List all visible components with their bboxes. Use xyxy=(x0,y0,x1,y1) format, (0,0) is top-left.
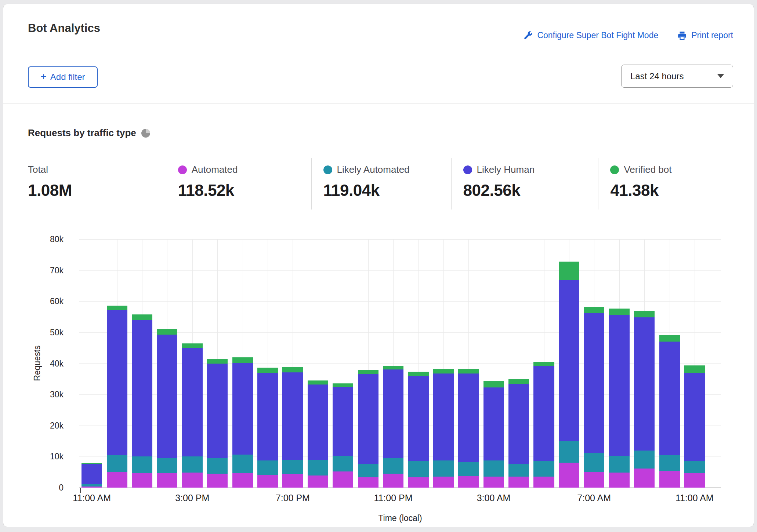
stat-label: Total xyxy=(28,164,48,175)
stat-automated: Automated118.52k xyxy=(166,158,311,209)
bar-slot-600pm xyxy=(255,239,280,488)
stacked-bar xyxy=(358,370,378,488)
segment-likely-automated xyxy=(257,460,278,475)
segment-likely-human xyxy=(458,374,479,462)
y-tick-label: 0 xyxy=(16,482,64,493)
segment-likely-human xyxy=(533,366,554,462)
stat-value: 119.04k xyxy=(323,181,451,200)
bar-slot-600am xyxy=(557,239,582,488)
segment-likely-automated xyxy=(157,458,177,473)
add-filter-button[interactable]: + Add filter xyxy=(28,66,98,88)
time-range-select[interactable]: Last 24 hours xyxy=(621,65,733,88)
segment-likely-human xyxy=(232,363,253,455)
segment-likely-automated xyxy=(559,441,579,462)
stat-value: 1.08M xyxy=(28,181,166,200)
bars-container xyxy=(79,239,707,488)
segment-verified-bot xyxy=(609,309,630,315)
segment-automated xyxy=(157,473,177,488)
bar-slot-1000am xyxy=(657,239,682,488)
segment-verified-bot xyxy=(458,369,479,374)
segment-verified-bot xyxy=(533,362,554,366)
segment-verified-bot xyxy=(634,311,655,317)
segment-likely-human xyxy=(559,280,579,441)
bar-slot-1100am xyxy=(682,239,707,488)
segment-verified-bot xyxy=(207,359,228,364)
segment-likely-automated xyxy=(684,461,705,473)
segment-likely-automated xyxy=(408,461,428,477)
y-tick-label: 70k xyxy=(16,265,64,276)
segment-likely-automated xyxy=(358,464,378,477)
segment-likely-human xyxy=(132,320,152,456)
segment-automated xyxy=(533,477,554,488)
segment-verified-bot xyxy=(257,368,278,373)
legend-dot-icon xyxy=(178,165,187,174)
segment-likely-automated xyxy=(207,458,228,474)
bar-slot-1100am xyxy=(79,239,104,488)
segment-likely-human xyxy=(609,315,630,456)
segment-likely-human xyxy=(157,335,177,458)
bar-slot-1100pm xyxy=(381,239,406,488)
segment-automated xyxy=(207,474,228,488)
segment-automated xyxy=(659,471,680,488)
print-report-link[interactable]: Print report xyxy=(677,30,733,40)
stacked-bar xyxy=(508,379,529,488)
stat-value: 118.52k xyxy=(178,181,311,200)
printer-icon xyxy=(677,31,687,40)
requests-chart: Requests 80k70k60k50k40k30k20k10k0 Time … xyxy=(3,217,754,527)
y-axis-labels: 80k70k60k50k40k30k20k10k0 xyxy=(16,217,64,488)
time-range-value: Last 24 hours xyxy=(630,71,684,81)
segment-likely-automated xyxy=(584,453,604,472)
segment-verified-bot xyxy=(684,365,705,373)
configure-link-label: Configure Super Bot Fight Mode xyxy=(537,30,658,40)
segment-automated xyxy=(257,475,278,488)
segment-automated xyxy=(132,473,152,488)
wrench-icon xyxy=(523,31,533,40)
bar-slot-900pm xyxy=(330,239,355,488)
segment-likely-human xyxy=(358,374,378,464)
pie-chart-icon xyxy=(141,129,150,138)
segment-likely-automated xyxy=(232,455,253,474)
bar-slot-100pm xyxy=(130,239,155,488)
segment-verified-bot xyxy=(383,366,403,369)
segment-verified-bot xyxy=(107,306,127,310)
x-axis-title: Time (local) xyxy=(79,513,721,523)
stacked-bar xyxy=(659,335,680,488)
x-tick-label: 11:00 AM xyxy=(658,493,731,503)
segment-verified-bot xyxy=(333,383,353,387)
card-header: Bot Analytics Configure Super Bot Fight … xyxy=(3,4,754,103)
segment-likely-human xyxy=(383,369,403,458)
segment-likely-automated xyxy=(182,456,203,472)
bar-slot-1200am xyxy=(406,239,431,488)
segment-verified-bot xyxy=(508,379,529,384)
segment-likely-human xyxy=(408,376,428,461)
segment-automated xyxy=(182,473,203,488)
bar-slot-1000pm xyxy=(355,239,380,488)
segment-automated xyxy=(483,477,504,488)
bar-slot-700pm xyxy=(280,239,305,488)
bar-slot-200pm xyxy=(155,239,180,488)
segment-verified-bot xyxy=(182,343,203,348)
stacked-bar xyxy=(333,383,353,488)
stacked-bar xyxy=(559,262,579,488)
stacked-bar xyxy=(408,372,428,488)
stat-value: 41.38k xyxy=(610,181,751,200)
segment-automated xyxy=(383,474,403,488)
configure-super-bot-fight-mode-link[interactable]: Configure Super Bot Fight Mode xyxy=(523,30,658,40)
x-tick-label: 3:00 AM xyxy=(457,493,530,503)
segment-likely-human xyxy=(257,373,278,460)
segment-verified-bot xyxy=(659,335,680,342)
bar-slot-700am xyxy=(582,239,606,488)
segment-likely-human xyxy=(659,342,680,455)
x-tick-label: 7:00 AM xyxy=(557,493,631,503)
segment-automated xyxy=(609,473,630,488)
stacked-bar xyxy=(182,343,203,488)
stacked-bar xyxy=(383,366,403,488)
segment-likely-automated xyxy=(634,451,655,469)
plot-area xyxy=(79,239,721,488)
segment-likely-human xyxy=(508,384,529,464)
segment-likely-automated xyxy=(433,460,454,477)
stat-label: Likely Automated xyxy=(337,164,410,175)
bar-slot-300am xyxy=(481,239,506,488)
stacked-bar xyxy=(433,369,454,488)
section-title: Requests by traffic type xyxy=(28,127,136,139)
